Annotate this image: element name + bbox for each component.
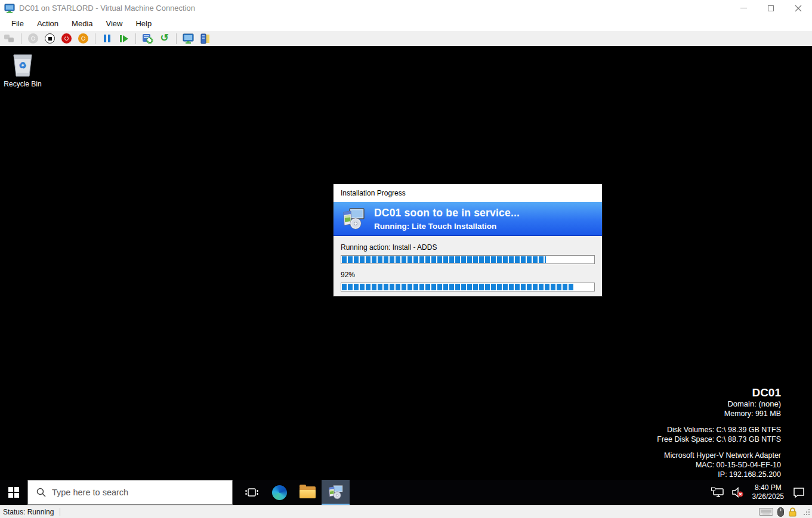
recycle-bin-shortcut[interactable]: ♻ Recycle Bin — [1, 50, 44, 88]
volume-muted-icon[interactable] — [730, 483, 745, 501]
menu-media[interactable]: Media — [65, 16, 99, 31]
task-view-icon — [245, 486, 258, 498]
clock-time: 8:40 PM — [752, 483, 784, 492]
network-icon[interactable] — [711, 483, 725, 501]
menu-bar: File Action Media View Help — [0, 16, 812, 31]
search-input[interactable] — [52, 488, 232, 497]
taskbar-apps — [237, 480, 350, 505]
hyperv-app-icon — [4, 4, 15, 13]
status-right-icons — [759, 507, 810, 517]
toolbar-separator — [135, 33, 136, 44]
overall-percent-label: 92% — [341, 271, 355, 279]
action-progress-fill — [342, 256, 546, 263]
menu-file[interactable]: File — [5, 16, 30, 31]
shut-down-icon[interactable] — [76, 32, 90, 45]
menu-action[interactable]: Action — [30, 16, 65, 31]
vm-screen: ♻ Recycle Bin Installation Progress — [0, 46, 812, 505]
revert-icon[interactable]: ↺ — [158, 32, 171, 45]
dialog-banner: DC01 soon to be in service... Running: L… — [334, 202, 602, 236]
status-separator — [60, 508, 60, 516]
pause-icon[interactable] — [100, 32, 114, 45]
minimize-button[interactable] — [730, 0, 757, 16]
banner-text: DC01 soon to be in service... Running: L… — [374, 207, 520, 231]
toolbar: ↺ — [0, 31, 812, 46]
recycle-bin-label: Recycle Bin — [1, 80, 44, 88]
edge-button[interactable] — [265, 480, 294, 505]
running-action-label: Running action: Install - ADDS — [341, 243, 437, 252]
dialog-body: Running action: Install - ADDS 92% — [334, 236, 602, 295]
installer-app-button[interactable] — [322, 480, 350, 505]
status-bar: Status: Running — [0, 505, 812, 518]
maximize-button[interactable] — [757, 0, 785, 16]
svg-text:♻: ♻ — [18, 60, 26, 70]
vm-connection-window: DC01 on STARLORD - Virtual Machine Conne… — [0, 0, 812, 518]
installation-progress-dialog: Installation Progress DC01 soon to be in… — [334, 184, 602, 296]
toolbar-separator — [21, 33, 21, 44]
bginfo-hostname: DC01 — [657, 386, 781, 399]
bginfo-panel: DC01 Domain: (none) Memory: 991 MB Disk … — [657, 386, 781, 479]
bginfo-adapter: Microsoft Hyper-V Network Adapter — [657, 451, 781, 460]
vm-status-text: Status: Running — [3, 508, 54, 516]
banner-title: DC01 soon to be in service... — [374, 207, 520, 219]
file-explorer-button[interactable] — [294, 480, 322, 505]
stop-icon[interactable] — [43, 32, 57, 45]
window-title: DC01 on STARLORD - Virtual Machine Conne… — [19, 4, 730, 13]
maximize-icon — [768, 5, 774, 11]
action-progress-bar — [341, 255, 595, 264]
start-icon — [26, 32, 40, 45]
turn-off-icon[interactable] — [60, 32, 73, 45]
dialog-title: Installation Progress — [334, 184, 602, 202]
resume-icon[interactable] — [117, 32, 131, 45]
keyboard-icon — [759, 508, 773, 516]
title-bar: DC01 on STARLORD - Virtual Machine Conne… — [0, 0, 812, 16]
action-center-icon[interactable] — [792, 483, 806, 501]
bginfo-memory: Memory: 991 MB — [657, 409, 781, 418]
minimize-icon — [740, 8, 747, 8]
display-icon[interactable] — [181, 32, 195, 45]
installer-icon — [341, 207, 365, 231]
toolbar-separator — [176, 33, 177, 44]
close-icon — [795, 5, 802, 12]
installer-app-icon — [328, 484, 344, 500]
resize-grip[interactable] — [804, 509, 810, 515]
ctrl-alt-del-icon[interactable] — [2, 32, 16, 45]
search-icon — [36, 488, 46, 497]
mouse-icon — [777, 507, 784, 517]
lock-icon — [788, 507, 797, 517]
enhanced-session-icon[interactable] — [198, 32, 212, 45]
start-button[interactable] — [0, 480, 27, 505]
taskbar-clock[interactable]: 8:40 PM 3/26/2025 — [750, 483, 786, 501]
edge-icon — [272, 485, 287, 500]
bginfo-mac: MAC: 00-15-5D-04-EF-10 — [657, 460, 781, 470]
menu-view[interactable]: View — [100, 16, 129, 31]
bginfo-disk-volumes: Disk Volumes: C:\ 98.39 GB NTFS — [657, 425, 781, 435]
menu-help[interactable]: Help — [129, 16, 158, 31]
file-explorer-icon — [300, 486, 316, 498]
task-view-button[interactable] — [237, 480, 265, 505]
windows-logo-icon — [8, 487, 19, 498]
clock-date: 3/26/2025 — [752, 492, 784, 501]
bginfo-domain: Domain: (none) — [657, 399, 781, 409]
close-button[interactable] — [785, 0, 812, 16]
system-tray: 8:40 PM 3/26/2025 — [711, 480, 812, 505]
bginfo-free-disk: Free Disk Space: C:\ 88.73 GB NTFS — [657, 435, 781, 444]
taskbar: 8:40 PM 3/26/2025 — [0, 480, 812, 505]
overall-progress-bar — [341, 283, 595, 291]
overall-progress-fill — [342, 284, 573, 290]
banner-subtitle: Running: Lite Touch Installation — [374, 222, 520, 231]
recycle-bin-icon: ♻ — [9, 50, 36, 79]
toolbar-separator — [95, 33, 95, 44]
bginfo-ip: IP: 192.168.25.200 — [657, 470, 781, 479]
checkpoint-icon[interactable] — [141, 32, 155, 45]
taskbar-search[interactable] — [27, 480, 233, 505]
